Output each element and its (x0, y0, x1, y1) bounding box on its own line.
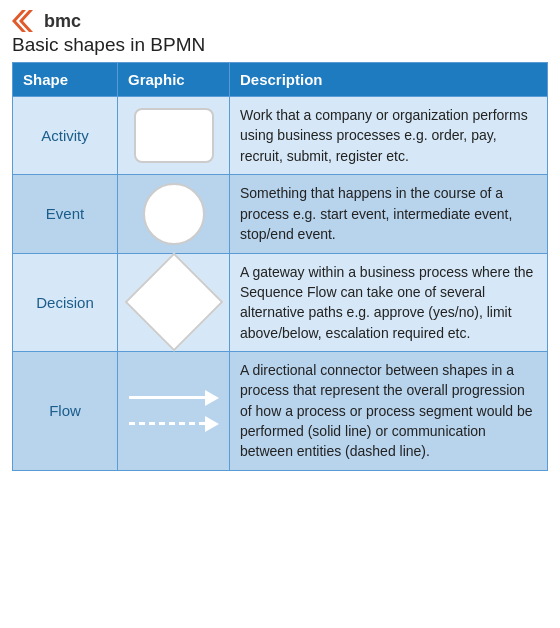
table-row: Flow A directi (13, 352, 548, 470)
desc-flow: A directional connector between shapes i… (230, 352, 548, 470)
solid-arrow-head (205, 390, 219, 406)
bmc-logo: bmc (12, 10, 548, 32)
page-wrapper: bmc Basic shapes in BPMN Shape Graphic D… (0, 0, 560, 487)
logo-text: bmc (44, 11, 81, 32)
table-header-row: Shape Graphic Description (13, 63, 548, 97)
header-description: Description (230, 63, 548, 97)
bmc-logo-icon (12, 10, 40, 32)
shape-name-decision: Decision (13, 253, 118, 351)
graphic-flow (118, 352, 230, 470)
decision-shape-icon (124, 253, 223, 352)
table-row: Activity Work that a company or organiza… (13, 97, 548, 175)
bpmn-table: Shape Graphic Description Activity Work … (12, 62, 548, 471)
dashed-arrow-head (205, 416, 219, 432)
flow-solid-line (129, 390, 219, 406)
solid-line-segment (129, 396, 205, 399)
table-row: Event Something that happens in the cour… (13, 174, 548, 253)
graphic-event (118, 174, 230, 253)
graphic-activity (118, 97, 230, 175)
header-shape: Shape (13, 63, 118, 97)
flow-shape-icon (128, 384, 219, 438)
header-graphic: Graphic (118, 63, 230, 97)
desc-decision: A gateway within a business process wher… (230, 253, 548, 351)
dashed-line-segment (129, 422, 205, 425)
event-shape-icon (143, 183, 205, 245)
shape-name-event: Event (13, 174, 118, 253)
table-row: Decision A gateway within a business pro… (13, 253, 548, 351)
shape-name-flow: Flow (13, 352, 118, 470)
desc-event: Something that happens in the course of … (230, 174, 548, 253)
decision-shape-wrapper (128, 262, 219, 342)
graphic-decision (118, 253, 230, 351)
desc-activity: Work that a company or organization perf… (230, 97, 548, 175)
flow-dashed-line (129, 416, 219, 432)
shape-name-activity: Activity (13, 97, 118, 175)
activity-shape-icon (134, 108, 214, 163)
page-title: Basic shapes in BPMN (12, 34, 548, 56)
